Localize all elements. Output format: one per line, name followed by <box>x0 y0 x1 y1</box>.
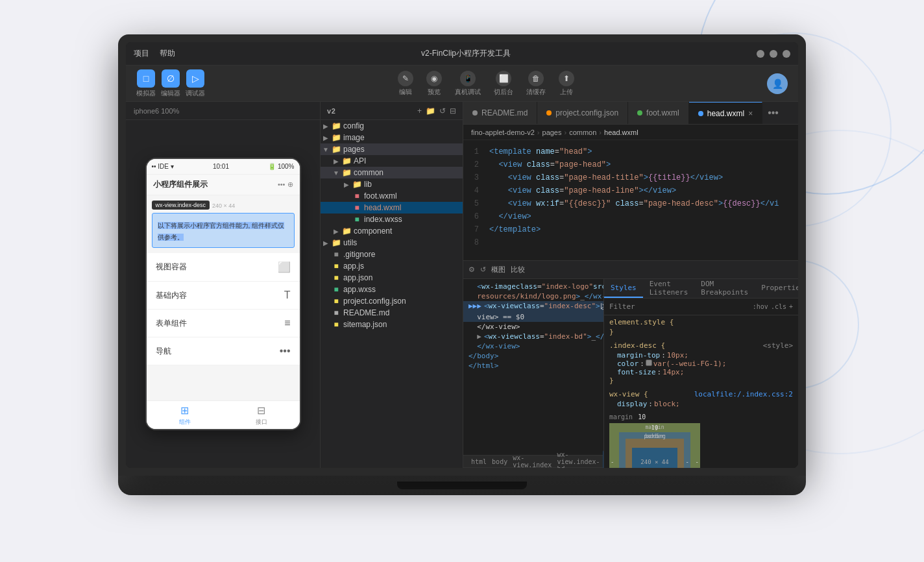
tree-item-head-wxml[interactable]: ▶ ■ head.wxml <box>321 202 463 214</box>
phone-tab-component-label: 组件 <box>179 418 191 426</box>
tree-item-common[interactable]: ▼ 📁 common <box>321 167 463 178</box>
filter-cls-btn[interactable]: .cls <box>771 303 786 310</box>
devtools-icon-refresh[interactable]: ↺ <box>480 265 486 274</box>
breadcrumb-file[interactable]: head.wxml <box>604 128 638 136</box>
new-folder-icon[interactable]: 📁 <box>426 106 435 116</box>
debugger-button[interactable]: ▷ 调试器 <box>186 69 205 98</box>
tree-label-app-json: app.json <box>341 273 463 282</box>
tree-item-component[interactable]: ▶ 📁 component <box>321 225 463 237</box>
tree-item-index-wxss[interactable]: ▶ ■ index.wxss <box>321 214 463 225</box>
tab-readme[interactable]: README.md <box>463 102 537 124</box>
tree-item-config[interactable]: ▶ 📁 config <box>321 120 463 132</box>
menu-project[interactable]: 项目 <box>134 48 149 59</box>
devtools-label-layout: 比较 <box>511 265 525 275</box>
close-button[interactable] <box>783 50 790 58</box>
phone-tab-api[interactable]: ⊟ 接口 <box>256 404 267 426</box>
highlighted-element-box: 以下将展示小程序官方组件能力, 组件样式仅供参考。 <box>152 213 295 248</box>
folder-icon-config: 📁 <box>331 121 341 130</box>
css-closing-1: } <box>609 328 793 336</box>
debugger-label: 调试器 <box>186 89 205 98</box>
phone-menu-item-2[interactable]: 表单组件 ≡ <box>147 310 300 337</box>
tree-item-foot-wxml[interactable]: ▶ ■ foot.wxml <box>321 190 463 202</box>
box-model-value-margin: 10 <box>638 413 646 421</box>
background-label: 切后台 <box>494 88 513 97</box>
styles-tab-dom-breakpoints[interactable]: DOM Breakpoints <box>694 279 755 298</box>
tree-item-app-json[interactable]: ▶ ■ app.json <box>321 272 463 284</box>
folder-icon-lib: 📁 <box>352 180 362 189</box>
css-property-color: color : var(--weui-FG-1); <box>609 360 793 368</box>
code-line-4: 4 <view class="page-head-line"></view> <box>463 184 798 197</box>
maximize-button[interactable] <box>770 50 777 58</box>
clear-cache-action[interactable]: 🗑 清缓存 <box>526 71 546 97</box>
phone-menu-item-3[interactable]: 导航 ••• <box>147 337 300 365</box>
css-source-wx-view[interactable]: localfile:/.index.css:2 <box>694 390 793 398</box>
tree-item-pages[interactable]: ▼ 📁 pages <box>321 143 463 155</box>
user-avatar[interactable]: 👤 <box>767 73 788 94</box>
tree-label-foot-wxml: foot.wxml <box>362 191 463 201</box>
device-debug-action[interactable]: 📱 真机调试 <box>455 71 481 97</box>
clear-cache-label: 清缓存 <box>526 88 546 97</box>
refresh-icon[interactable]: ↺ <box>439 106 446 116</box>
folder-icon-utils: 📁 <box>331 238 341 247</box>
tree-item-image[interactable]: ▶ 📁 image <box>321 132 463 143</box>
breadcrumb-pages[interactable]: pages <box>542 128 562 136</box>
preview-action[interactable]: ◉ 预览 <box>426 71 442 97</box>
tree-item-utils[interactable]: ▶ 📁 utils <box>321 237 463 249</box>
tree-item-app-js[interactable]: ▶ ■ app.js <box>321 260 463 272</box>
tab-dot-foot-wxml <box>637 110 642 116</box>
element-path-wx-view-index[interactable]: wx-view.index <box>510 454 554 468</box>
tree-arrow-config: ▶ <box>321 123 331 130</box>
tree-item-gitignore[interactable]: ▶ ■ .gitignore <box>321 249 463 260</box>
styles-tab-styles[interactable]: Styles <box>604 279 643 298</box>
phone-tab-component[interactable]: ⊞ 组件 <box>179 404 191 426</box>
tree-item-readme[interactable]: ▶ ■ README.md <box>321 307 463 319</box>
styles-tab-properties[interactable]: Properties <box>755 279 798 298</box>
simulator-button[interactable]: □ 模拟器 <box>136 69 156 98</box>
tree-item-project-config[interactable]: ▶ ■ project.config.json <box>321 295 463 307</box>
background-action[interactable]: ⬜ 切后台 <box>494 71 513 97</box>
element-path-wx-view-index-hd[interactable]: wx-view.index-hd <box>554 451 602 469</box>
toolbar-left: □ 模拟器 ∅ 编辑器 ▷ 调试器 <box>136 69 205 98</box>
tree-item-lib[interactable]: ▶ 📁 lib <box>321 178 463 190</box>
dom-line-7: </wx-view> <box>463 341 603 351</box>
tree-item-sitemap[interactable]: ▶ ■ sitemap.json <box>321 319 463 330</box>
tab-project-config[interactable]: project.config.json <box>537 102 628 124</box>
new-file-icon[interactable]: + <box>417 106 422 116</box>
tree-label-lib: lib <box>362 180 463 189</box>
phone-menu-item-1[interactable]: 基础内容 T <box>147 282 300 310</box>
tab-label-foot-wxml: foot.wxml <box>646 108 679 117</box>
menu-help[interactable]: 帮助 <box>160 48 175 59</box>
upload-action[interactable]: ⬆ 上传 <box>559 71 574 97</box>
tab-dot-readme <box>472 110 478 116</box>
element-path-html[interactable]: html <box>468 458 489 465</box>
styles-tab-event-listeners[interactable]: Event Listeners <box>643 279 695 298</box>
tree-item-app-wxss[interactable]: ▶ ■ app.wxss <box>321 284 463 295</box>
css-rule-element-style: element.style { } <box>609 318 793 336</box>
devtools-icon-settings[interactable]: ⚙ <box>468 265 475 274</box>
tab-head-wxml[interactable]: head.wxml × <box>689 102 762 124</box>
tree-item-api[interactable]: ▶ 📁 API <box>321 155 463 167</box>
minimize-button[interactable] <box>757 50 764 58</box>
collapse-icon[interactable]: ⊟ <box>450 106 456 116</box>
debugger-icon: ▷ <box>186 69 204 88</box>
filter-hover-btn[interactable]: :hov <box>753 303 768 310</box>
element-path-body[interactable]: body <box>489 458 510 465</box>
edit-action[interactable]: ✎ 编辑 <box>398 71 413 97</box>
styles-filter-input[interactable] <box>638 302 750 311</box>
filter-plus-btn[interactable]: + <box>789 303 793 310</box>
code-line-6: 6 </view> <box>463 210 798 223</box>
tree-arrow-utils: ▶ <box>321 239 331 247</box>
styles-tabs: Styles Event Listeners DOM Breakpoints P… <box>604 279 798 299</box>
tab-close-head-wxml[interactable]: × <box>748 110 753 117</box>
clear-cache-icon: 🗑 <box>528 71 544 86</box>
code-editor[interactable]: 1 <template name="head"> 2 <view class="… <box>463 140 798 260</box>
line-content-7: </template> <box>489 223 798 236</box>
line-content-3: <view class="page-head-title">{{title}}<… <box>489 171 798 184</box>
phone-menu-item-0[interactable]: 视图容器 ⬜ <box>147 253 300 282</box>
editor-button[interactable]: ∅ 编辑器 <box>161 69 180 98</box>
tab-more-button[interactable]: ••• <box>762 102 784 124</box>
editor-icon: ∅ <box>162 69 180 88</box>
breadcrumb-common[interactable]: common <box>569 128 596 136</box>
tab-foot-wxml[interactable]: foot.wxml <box>628 102 689 124</box>
breadcrumb-root[interactable]: fino-applet-demo-v2 <box>471 128 535 136</box>
